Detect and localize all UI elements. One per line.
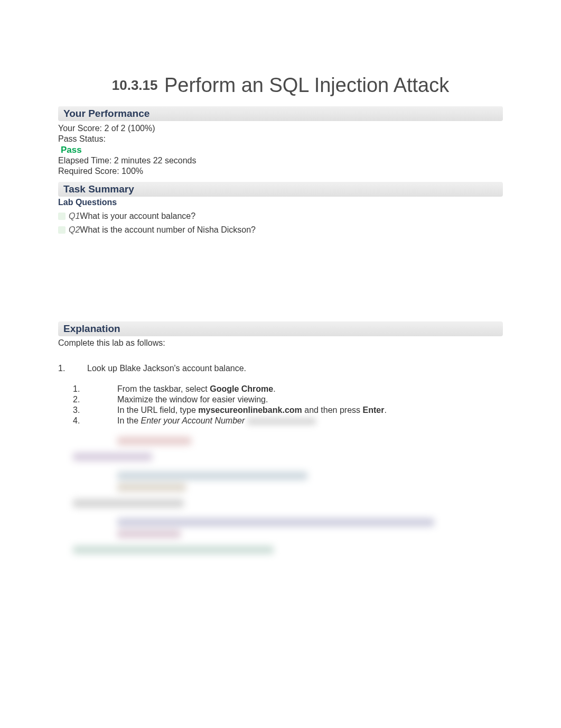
- sub-step-number: 4.: [73, 416, 117, 426]
- question-text: What is your account balance?: [80, 211, 195, 221]
- sub-step: 3. In the URL field, type mysecureonline…: [73, 405, 503, 416]
- sub-step-text: In the URL field, type mysecureonlineban…: [117, 405, 387, 416]
- score-value: 2 of 2 (100%): [104, 124, 155, 133]
- task-summary-header: Task Summary: [58, 182, 503, 197]
- sub-step: 1. From the taskbar, select Google Chrom…: [73, 384, 503, 394]
- score-label: Your Score:: [58, 124, 102, 133]
- explanation-header: Explanation: [58, 321, 503, 336]
- sub-step-number: 1.: [73, 384, 117, 394]
- title-text: Perform an SQL Injection Attack: [164, 74, 449, 96]
- main-step-text: Look up Blake Jackson's account balance.: [87, 364, 246, 373]
- question-id: Q1: [69, 211, 80, 221]
- sub-step-text: From the taskbar, select Google Chrome.: [117, 384, 276, 394]
- sub-step: 2. Maximize the window for easier viewin…: [73, 394, 503, 405]
- score-row: Your Score: 2 of 2 (100%): [58, 123, 503, 134]
- question-row: Q1 What is your account balance?: [58, 209, 503, 223]
- required-row: Required Score: 100%: [58, 166, 503, 177]
- main-step-number: 1.: [58, 364, 87, 373]
- obscured-text: [247, 418, 316, 425]
- performance-header: Your Performance: [58, 106, 503, 121]
- sub-step-text: Maximize the window for easier viewing.: [117, 394, 268, 405]
- title-number: 10.3.15: [112, 77, 158, 93]
- sub-step-number: 3.: [73, 405, 117, 416]
- lab-questions-header: Lab Questions: [58, 198, 503, 207]
- pass-status: Pass: [58, 144, 503, 155]
- main-step: 1. Look up Blake Jackson's account balan…: [58, 364, 503, 426]
- required-value: 100%: [121, 167, 143, 176]
- status-marker-icon: [58, 226, 66, 234]
- sub-step: 4. In the Enter your Account Number: [73, 416, 503, 426]
- elapsed-value: 2 minutes 22 seconds: [114, 156, 197, 165]
- pass-label-row: Pass Status:: [58, 134, 503, 144]
- explanation-intro: Complete this lab as follows:: [58, 338, 503, 348]
- performance-block: Your Score: 2 of 2 (100%) Pass Status: P…: [58, 122, 503, 182]
- required-label: Required Score:: [58, 167, 119, 176]
- question-id: Q2: [69, 225, 80, 235]
- elapsed-label: Elapsed Time:: [58, 156, 111, 165]
- question-text: What is the account number of Nisha Dick…: [80, 225, 256, 235]
- question-row: Q2 What is the account number of Nisha D…: [58, 223, 503, 237]
- status-marker-icon: [58, 213, 66, 220]
- page-title: 10.3.15 Perform an SQL Injection Attack: [58, 74, 503, 97]
- obscured-content: [58, 437, 503, 554]
- sub-steps-list: 1. From the taskbar, select Google Chrom…: [58, 384, 503, 426]
- main-steps-list: 1. Look up Blake Jackson's account balan…: [58, 364, 503, 426]
- sub-step-text: In the Enter your Account Number: [117, 416, 316, 426]
- elapsed-row: Elapsed Time: 2 minutes 22 seconds: [58, 155, 503, 166]
- sub-step-number: 2.: [73, 394, 117, 405]
